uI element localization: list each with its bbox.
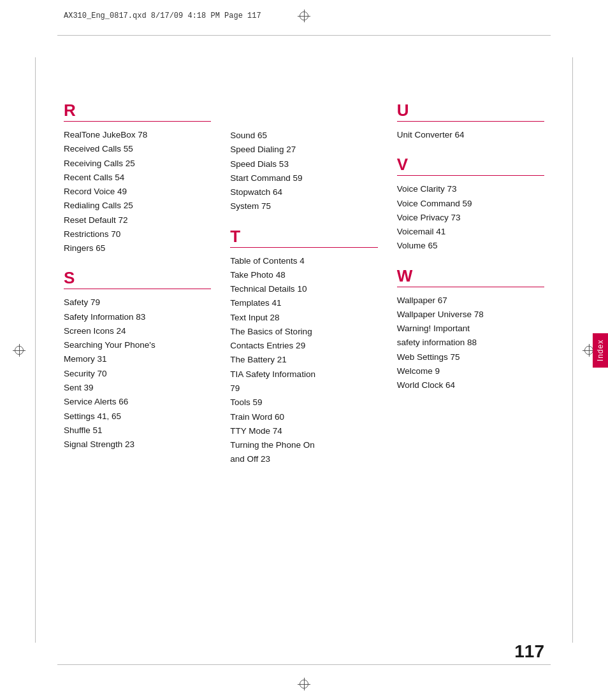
divider-w [397,287,544,287]
column-3: U Unit Converter 64 V Voice Clarity 73 V… [397,102,544,467]
entry-system: System 75 [230,199,377,213]
section-letter-t: T [230,228,377,245]
entry-welcome: Welcome 9 [397,364,544,378]
divider-r [64,121,211,122]
entry-wallpaper-universe: Wallpaper Universe 78 [397,308,544,322]
section-t: T Table of Contents 4 Take Photo 48 Tech… [230,228,377,467]
entry-signal-strength: Signal Strength 23 [64,438,211,452]
entry-voice-clarity: Voice Clarity 73 [397,182,544,196]
entry-security: Security 70 [64,367,211,381]
section-v: V Voice Clarity 73 Voice Command 59 Voic… [397,156,544,253]
section-letter-s: S [64,269,211,286]
entry-realtone: RealTone JukeBox 78 [64,128,211,142]
entry-receiving-calls: Receiving Calls 25 [64,157,211,171]
entry-shuffle: Shuffle 51 [64,424,211,438]
page-header: AX310_Eng_0817.qxd 8/17/09 4:18 PM Page … [64,11,261,20]
reg-mark-top [298,10,310,22]
entry-voice-privacy: Voice Privacy 73 [397,211,544,225]
entry-received-calls: Received Calls 55 [64,142,211,156]
content-area: R RealTone JukeBox 78 Received Calls 55 … [64,102,544,636]
entry-basics-storing: The Basics of StoringContacts Entries 29 [230,325,377,354]
entry-settings: Settings 41, 65 [64,410,211,424]
entry-restrictions: Restrictions 70 [64,227,211,241]
divider-t [230,247,377,248]
column-1: R RealTone JukeBox 78 Received Calls 55 … [64,102,211,467]
section-s: S Safety 79 Safety Information 83 Screen… [64,269,211,452]
entry-screen-icons: Screen Icons 24 [64,324,211,338]
entry-ringers: Ringers 65 [64,241,211,255]
section-letter-w: W [397,268,544,284]
divider-v [397,175,544,176]
reg-mark-left [13,344,25,357]
entry-service-alerts: Service Alerts 66 [64,395,211,409]
index-columns: R RealTone JukeBox 78 Received Calls 55 … [64,102,544,467]
entry-battery: The Battery 21 [230,353,377,367]
entry-voice-command: Voice Command 59 [397,197,544,211]
entry-tty-mode: TTY Mode 74 [230,424,377,438]
section-s-cont: Sound 65 Speed Dialing 27 Speed Dials 53… [230,129,377,214]
entry-speed-dials: Speed Dials 53 [230,157,377,171]
entry-technical-details: Technical Details 10 [230,282,377,296]
entry-world-clock: World Clock 64 [397,378,544,392]
reg-mark-bottom [298,678,310,690]
entry-reset-default: Reset Default 72 [64,213,211,227]
entry-text-input: Text Input 28 [230,311,377,325]
entry-unit-converter: Unit Converter 64 [397,128,544,142]
entry-stopwatch: Stopwatch 64 [230,185,377,199]
entry-sound: Sound 65 [230,129,377,143]
section-r: R RealTone JukeBox 78 Received Calls 55 … [64,102,211,255]
column-2: Sound 65 Speed Dialing 27 Speed Dials 53… [230,102,377,467]
entry-web-settings: Web Settings 75 [397,350,544,364]
entry-start-command: Start Command 59 [230,171,377,185]
entry-safety: Safety 79 [64,296,211,310]
entry-recent-calls: Recent Calls 54 [64,171,211,185]
divider-s [64,289,211,289]
entry-warning: Warning! Importantsafety information 88 [397,322,544,350]
border-right [572,57,573,643]
entry-safety-information: Safety Information 83 [64,310,211,324]
entry-wallpaper: Wallpaper 67 [397,294,544,308]
entry-record-voice: Record Voice 49 [64,185,211,199]
page-number: 117 [514,641,544,662]
index-tab: Index [593,332,608,367]
border-bottom [57,664,551,665]
border-left [35,57,36,643]
entry-tia-safety: TIA Safety Information79 [230,368,377,396]
entry-templates: Templates 41 [230,296,377,310]
section-letter-v: V [397,156,544,173]
entry-train-word: Train Word 60 [230,410,377,424]
entry-sent: Sent 39 [64,381,211,395]
entry-take-photo: Take Photo 48 [230,268,377,282]
divider-u [397,121,544,122]
entry-speed-dialing: Speed Dialing 27 [230,143,377,157]
entry-searching: Searching Your Phone'sMemory 31 [64,338,211,367]
section-u: U Unit Converter 64 [397,102,544,142]
entry-volume: Volume 65 [397,239,544,253]
entry-table-of-contents: Table of Contents 4 [230,254,377,268]
entry-tools: Tools 59 [230,396,377,410]
entry-voicemail: Voicemail 41 [397,225,544,239]
border-top [57,35,551,36]
entry-turning-phone: Turning the Phone Onand Off 23 [230,438,377,467]
section-letter-r: R [64,102,211,118]
section-letter-u: U [397,102,544,118]
entry-redialing-calls: Redialing Calls 25 [64,199,211,213]
section-w: W Wallpaper 67 Wallpaper Universe 78 War… [397,268,544,393]
